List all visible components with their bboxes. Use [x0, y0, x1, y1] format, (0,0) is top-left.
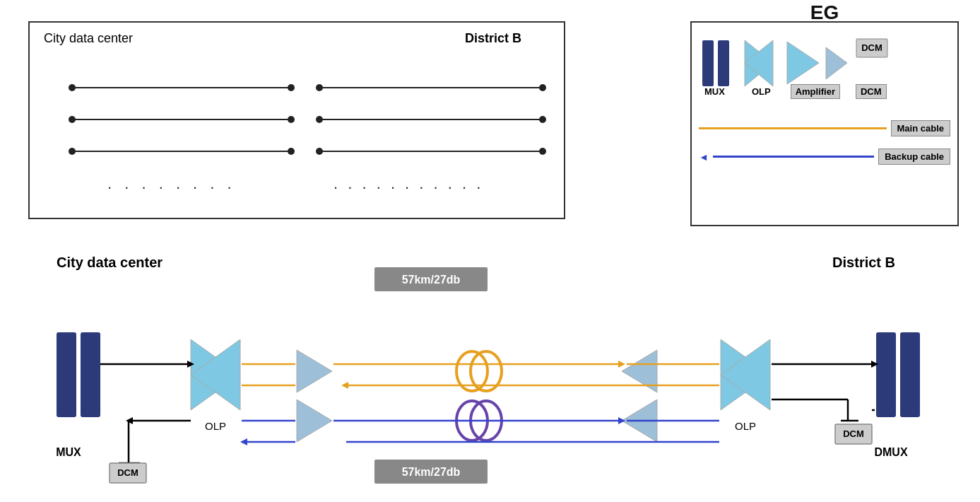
svg-rect-8 — [900, 332, 920, 417]
arrow-left-icon: ◄ — [699, 151, 709, 163]
dot2-mid1 — [288, 116, 295, 123]
backup-cable-row: ◄ Backup cable — [699, 148, 950, 165]
mux-rect1 — [702, 40, 714, 86]
mux-rect2 — [718, 40, 729, 86]
svg-marker-31 — [341, 382, 348, 389]
svg-marker-37 — [618, 417, 625, 424]
olp-label: OLP — [752, 86, 771, 97]
top-left-diagram: City data center District B · · · · · · … — [28, 21, 565, 219]
amplifier-label: Amplifier — [791, 84, 840, 99]
backup-cable-label: Backup cable — [878, 148, 950, 165]
svg-text:OLP: OLP — [735, 420, 756, 432]
backup-cable-line — [713, 156, 874, 158]
svg-text:MUX: MUX — [56, 446, 81, 458]
svg-rect-5 — [81, 332, 100, 417]
line2-right — [319, 119, 543, 120]
svg-marker-16 — [297, 350, 332, 392]
line3-right — [319, 151, 543, 152]
legend-box: EG DCM MUX OLP Amplifier DCM Main cable … — [690, 21, 959, 226]
dot2-mid2 — [316, 116, 323, 123]
dot3-right — [539, 148, 546, 155]
dot1-right — [539, 84, 546, 91]
legend-icons-svg: DCM — [695, 33, 950, 111]
dcm-text-top: DCM — [861, 42, 882, 53]
district-label-top: District B — [465, 31, 521, 46]
dcm-label: DCM — [856, 84, 887, 99]
svg-marker-18 — [297, 399, 332, 442]
main-cable-label: Main cable — [891, 120, 950, 136]
amp-triangle2 — [826, 47, 847, 79]
svg-text:DCM: DCM — [843, 428, 864, 439]
svg-marker-28 — [618, 361, 625, 368]
city-label-top: City data center — [44, 31, 133, 46]
dot2-left — [69, 116, 76, 123]
eg-title: EG — [810, 1, 839, 24]
dot1-left — [69, 84, 76, 91]
dot1-mid1 — [288, 84, 295, 91]
amp-triangle1 — [787, 42, 819, 84]
svg-text:DCM: DCM — [117, 467, 138, 478]
dot2-right — [539, 116, 546, 123]
svg-rect-7 — [876, 332, 896, 417]
bottom-svg: 57km/27db 57km/27db MUX DMUX OLP OLP — [0, 247, 980, 502]
dots-right: · · · · · · · · · · · — [333, 178, 483, 197]
line1-right — [319, 87, 543, 88]
mux-label: MUX — [704, 86, 725, 97]
line2-left — [72, 119, 291, 120]
bottom-diagram: City data center District B 57km/27db 57… — [0, 247, 980, 502]
dots-left: · · · · · · · · — [107, 178, 236, 197]
svg-text:57km/27db: 57km/27db — [402, 466, 461, 478]
svg-text:OLP: OLP — [205, 420, 226, 432]
svg-text:DMUX: DMUX — [874, 446, 907, 458]
dot3-mid2 — [316, 148, 323, 155]
dot3-mid1 — [288, 148, 295, 155]
main-cable-row: Main cable — [699, 120, 950, 136]
svg-text:57km/27db: 57km/27db — [402, 274, 461, 286]
line3-left — [72, 151, 291, 152]
dot1-mid2 — [316, 84, 323, 91]
main-cable-line — [699, 127, 887, 129]
line1-left — [72, 87, 291, 88]
legend-labels: MUX OLP Amplifier DCM — [699, 84, 887, 99]
svg-rect-4 — [57, 332, 76, 417]
dot3-left — [69, 148, 76, 155]
